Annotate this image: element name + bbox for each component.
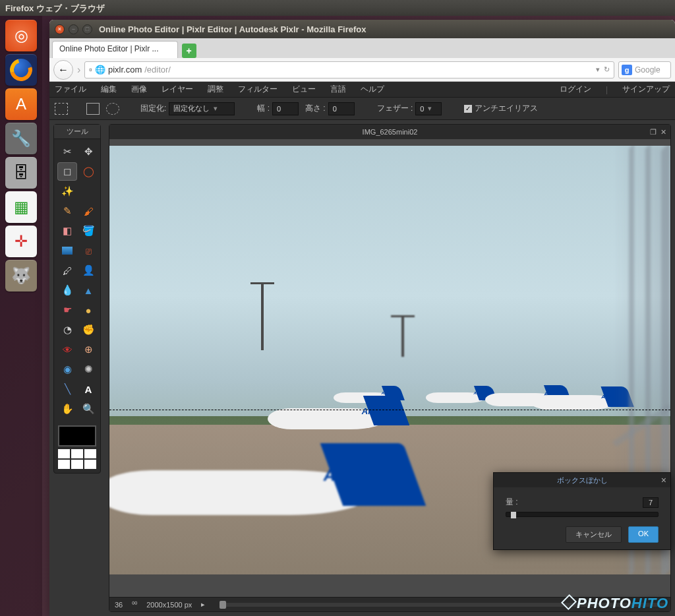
- tab-strip: Online Photo Editor | Pixlr ... +: [49, 38, 675, 58]
- pinch-tool[interactable]: ✺: [79, 361, 98, 378]
- workspace: ツール ✂ ✥ ◻ ◯ ✨ ✎ 🖌 ◧ 🪣 ⎚ 🖊 👤 💧: [49, 120, 675, 616]
- menu-filter[interactable]: フィルター: [238, 84, 278, 95]
- menu-layer[interactable]: レイヤー: [161, 84, 193, 95]
- antialias-checkbox[interactable]: ✓: [464, 105, 472, 113]
- launcher-dash-icon[interactable]: ◎: [5, 20, 37, 51]
- reload-icon[interactable]: ↻: [604, 65, 610, 74]
- window-close-button[interactable]: ×: [55, 24, 65, 34]
- marquee-tool[interactable]: ◻: [58, 163, 76, 180]
- window-minimize-button[interactable]: −: [69, 24, 78, 34]
- canvas-titlebar: IMG_6265mini02 ❐ ✕: [109, 125, 670, 139]
- url-path: /editor/: [144, 65, 171, 75]
- launcher-calc-icon[interactable]: ▦: [5, 191, 37, 223]
- marquee-rect-icon[interactable]: [55, 103, 68, 115]
- search-box[interactable]: g Google: [618, 61, 671, 78]
- blur-tool[interactable]: 💧: [58, 282, 76, 299]
- firefox-titlebar: × − □ Online Photo Editor | Pixlr Editor…: [49, 20, 675, 38]
- launcher-files-icon[interactable]: 🗄: [5, 157, 37, 189]
- zoom-tool[interactable]: 🔍: [79, 400, 98, 417]
- signup-link[interactable]: サインアップ: [622, 84, 670, 95]
- launcher-settings-icon[interactable]: 🔧: [5, 123, 37, 154]
- menu-file[interactable]: ファイル: [55, 84, 86, 95]
- feather-input[interactable]: 0: [415, 102, 442, 115]
- url-input[interactable]: ▫ 🌐 pixlr.com/editor/ ▾↻: [84, 61, 614, 78]
- colorreplace-tool[interactable]: 🖊: [58, 262, 76, 279]
- draw-tool[interactable]: 👤: [79, 262, 98, 279]
- move-tool[interactable]: ✥: [79, 143, 98, 160]
- menubar: ファイル 編集 画像 レイヤー 調整 フィルター ビュー 言語 ヘルプ ログイン…: [49, 82, 675, 98]
- amount-value[interactable]: 7: [643, 497, 659, 508]
- redeye-tool[interactable]: 👁: [58, 341, 76, 358]
- google-icon: g: [622, 65, 632, 75]
- width-input[interactable]: 0: [272, 102, 299, 115]
- gradient-tool[interactable]: [58, 242, 76, 259]
- search-placeholder: Google: [635, 65, 660, 75]
- dropdown-icon[interactable]: ▾: [596, 65, 600, 74]
- amount-slider[interactable]: [506, 512, 659, 517]
- menu-lang[interactable]: 言語: [330, 84, 346, 95]
- empty-tool-1[interactable]: [79, 183, 98, 200]
- dialog-titlebar[interactable]: ボックスぼかし ×: [494, 473, 670, 487]
- launcher-gimp-icon[interactable]: 🐺: [5, 260, 37, 292]
- browser-tab[interactable]: Online Photo Editor | Pixlr ...: [52, 41, 178, 58]
- stamp-tool[interactable]: ⎚: [79, 242, 98, 259]
- bloat-tool[interactable]: ◉: [58, 361, 76, 378]
- smudge-tool[interactable]: ☛: [58, 301, 76, 319]
- url-toolbar: ← › ▫ 🌐 pixlr.com/editor/ ▾↻ g Google: [49, 58, 675, 82]
- zoom-icon[interactable]: ⁰⁰: [132, 600, 137, 609]
- ok-button[interactable]: OK: [628, 526, 659, 543]
- options-bar: 固定化: 固定化なし 幅 : 0 高さ : 0 フェザー : 0 ✓ アンチエイ…: [49, 98, 675, 120]
- eraser-tool[interactable]: ◧: [58, 222, 76, 239]
- window-maximize-button[interactable]: □: [82, 24, 92, 34]
- feather-label: フェザー :: [377, 103, 413, 114]
- canvas-close-icon[interactable]: ✕: [660, 128, 666, 137]
- height-input[interactable]: 0: [328, 102, 355, 115]
- spot-tool[interactable]: ⊕: [79, 341, 98, 358]
- burn-tool[interactable]: ✊: [79, 321, 98, 338]
- sharpen-tool[interactable]: ▲: [79, 282, 98, 299]
- menu-image[interactable]: 画像: [131, 84, 147, 95]
- bucket-tool[interactable]: 🪣: [79, 222, 98, 239]
- type-tool[interactable]: A: [79, 381, 98, 398]
- sponge-tool[interactable]: ●: [79, 301, 98, 319]
- back-button[interactable]: ←: [53, 60, 73, 80]
- brush-tool[interactable]: 🖌: [79, 202, 98, 220]
- pencil-tool[interactable]: ✎: [58, 202, 76, 220]
- globe-icon: 🌐: [95, 65, 105, 75]
- eyedropper-tool[interactable]: ╲: [58, 381, 76, 398]
- login-link[interactable]: ログイン: [560, 84, 591, 95]
- image-dimensions: 2000x1500 px: [146, 601, 192, 609]
- swatch-grid[interactable]: [58, 449, 96, 469]
- cancel-button[interactable]: キャンセル: [566, 526, 622, 543]
- foreground-color[interactable]: [58, 425, 96, 447]
- marquee-rect-solid-icon[interactable]: [86, 103, 100, 115]
- crop-tool[interactable]: ✂: [58, 143, 76, 160]
- height-label: 高さ :: [305, 103, 326, 114]
- hand-tool[interactable]: ✋: [58, 400, 76, 417]
- launcher-software-icon[interactable]: A: [5, 88, 37, 120]
- amount-label: 量 :: [506, 497, 518, 508]
- photohito-watermark: PHOTOHITO: [562, 594, 668, 612]
- menu-edit[interactable]: 編集: [101, 84, 117, 95]
- menu-adjust[interactable]: 調整: [208, 84, 223, 95]
- wand-tool[interactable]: ✨: [58, 183, 76, 200]
- canvas-restore-icon[interactable]: ❐: [650, 128, 657, 137]
- forward-button[interactable]: ›: [77, 64, 80, 76]
- dodge-tool[interactable]: ◔: [58, 321, 76, 338]
- marquee-ellipse-icon[interactable]: [106, 103, 119, 115]
- tools-panel: ツール ✂ ✥ ◻ ◯ ✨ ✎ 🖌 ◧ 🪣 ⎚ 🖊 👤 💧: [53, 124, 101, 474]
- new-tab-button[interactable]: +: [182, 44, 196, 58]
- menu-view[interactable]: ビュー: [292, 84, 316, 95]
- dialog-close-button[interactable]: ×: [661, 475, 666, 485]
- launcher-firefox-icon[interactable]: [5, 54, 37, 86]
- unity-launcher: ◎ A 🔧 🗄 ▦ ✛ 🐺: [0, 16, 42, 616]
- url-domain: pixlr.com: [108, 65, 142, 75]
- image-filename: IMG_6265mini02: [363, 128, 418, 136]
- menu-help[interactable]: ヘルプ: [361, 84, 384, 95]
- fixed-dropdown[interactable]: 固定化なし: [169, 102, 235, 115]
- lasso-tool[interactable]: ◯: [79, 163, 98, 180]
- box-blur-dialog: ボックスぼかし × 量 : 7 キャンセル OK: [493, 472, 671, 550]
- watermark-hex-icon: [562, 595, 575, 609]
- launcher-target-icon[interactable]: ✛: [5, 226, 37, 257]
- color-picker[interactable]: [54, 421, 100, 473]
